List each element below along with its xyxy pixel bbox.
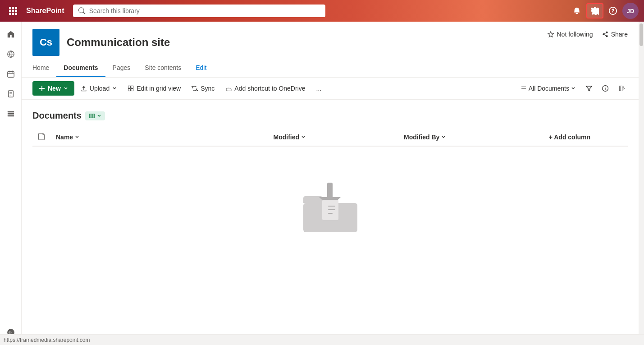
documents-table: Name Modified [32, 128, 628, 147]
new-button[interactable]: New [32, 81, 74, 96]
app-logo: SharePoint [26, 7, 64, 15]
upload-chevron-icon [112, 86, 117, 91]
not-following-button[interactable]: Not following [548, 31, 593, 38]
search-input[interactable] [89, 7, 320, 14]
new-chevron-icon [64, 86, 68, 91]
sync-button[interactable]: Sync [187, 82, 219, 95]
edit-grid-view-label: Edit in grid view [137, 85, 181, 92]
svg-rect-0 [9, 7, 11, 9]
site-header: Cs Communication site Not following [22, 22, 639, 78]
add-column-label: + Add column [549, 133, 590, 141]
empty-folder-illustration [294, 174, 366, 237]
svg-rect-1 [12, 7, 14, 9]
share-label: Share [611, 31, 628, 38]
tab-home[interactable]: Home [32, 60, 56, 77]
info-button[interactable] [599, 82, 612, 95]
more-label: ... [316, 85, 322, 92]
modified-sort-icon[interactable] [301, 135, 306, 139]
edit-grid-view-button[interactable]: Edit in grid view [123, 82, 185, 95]
tab-pages[interactable]: Pages [105, 60, 138, 77]
th-modified: Modified [268, 128, 399, 146]
site-title: Communication site [67, 36, 170, 49]
svg-rect-16 [128, 86, 131, 88]
svg-rect-14 [7, 115, 14, 117]
list-icon [521, 85, 527, 92]
name-sort-icon[interactable] [75, 135, 79, 139]
svg-rect-23 [93, 114, 95, 117]
upload-icon [81, 85, 87, 92]
share-icon [602, 31, 608, 37]
waffle-menu-button[interactable] [5, 4, 21, 18]
modified-column-label: Modified [274, 133, 300, 141]
svg-rect-17 [131, 86, 133, 88]
file-icon-header [38, 133, 45, 140]
app-layout: Cs Communication site Not following [0, 22, 644, 345]
all-docs-chevron-icon [571, 86, 575, 91]
filter-button[interactable] [583, 82, 595, 95]
view-chevron-icon [97, 114, 101, 118]
sidebar-item-lists[interactable] [2, 105, 20, 123]
site-logo: Cs [32, 29, 59, 56]
site-identity: Cs Communication site [32, 29, 170, 56]
sidebar-item-calendar[interactable] [2, 65, 20, 83]
modified-by-sort-icon[interactable] [441, 135, 446, 139]
th-add-column[interactable]: + Add column [544, 128, 628, 146]
share-button[interactable]: Share [602, 31, 628, 38]
avatar-initials: JD [627, 8, 635, 14]
notification-button[interactable] [569, 4, 585, 18]
view-switcher[interactable] [85, 111, 105, 120]
upload-button[interactable]: Upload [76, 82, 121, 95]
plus-icon [39, 85, 45, 92]
left-sidebar [0, 22, 22, 345]
toolbar-right: All Documents [517, 82, 628, 95]
filter-icon [585, 85, 593, 92]
scrollbar[interactable] [639, 22, 644, 345]
table-header-row: Name Modified [32, 128, 628, 146]
site-header-actions: Not following Share [548, 29, 628, 38]
documents-area: Documents [22, 100, 639, 345]
user-avatar[interactable]: JD [622, 3, 639, 19]
star-icon [548, 31, 554, 37]
edit-columns-icon [618, 85, 625, 92]
settings-button[interactable] [586, 3, 603, 18]
sync-icon [192, 85, 198, 92]
sidebar-item-globe[interactable] [2, 45, 20, 63]
svg-rect-5 [15, 10, 17, 12]
more-button[interactable]: ... [312, 82, 326, 95]
help-button[interactable] [605, 4, 621, 18]
search-icon [78, 7, 85, 14]
edit-columns-button[interactable] [615, 82, 628, 95]
sidebar-item-document[interactable] [2, 85, 20, 103]
svg-rect-3 [9, 10, 11, 12]
info-icon [602, 85, 609, 92]
top-navigation: SharePoint JD [0, 0, 644, 22]
add-shortcut-button[interactable]: Add shortcut to OneDrive [221, 82, 310, 95]
tab-site-contents[interactable]: Site contents [137, 60, 188, 77]
upload-label: Upload [90, 85, 110, 92]
top-nav-right-actions: JD [569, 3, 639, 19]
scrollbar-thumb[interactable] [639, 23, 643, 46]
svg-rect-21 [89, 114, 91, 117]
grid-view-icon [128, 85, 134, 92]
search-box [73, 5, 325, 17]
modified-by-column-label: Modified By [404, 133, 439, 141]
th-name: Name [50, 128, 268, 146]
empty-state [32, 147, 628, 264]
tab-edit[interactable]: Edit [188, 60, 214, 77]
svg-rect-8 [15, 13, 17, 15]
add-shortcut-label: Add shortcut to OneDrive [234, 85, 305, 92]
svg-rect-22 [91, 114, 93, 117]
documents-area-title: Documents [32, 110, 82, 121]
new-button-label: New [48, 85, 61, 92]
svg-rect-6 [9, 13, 11, 15]
not-following-label: Not following [557, 31, 593, 38]
toolbar: New Upload [22, 78, 639, 100]
library-icon [89, 113, 95, 119]
documents-title-row: Documents [32, 110, 628, 121]
tab-documents[interactable]: Documents [56, 60, 105, 77]
all-documents-label: All Documents [529, 85, 569, 92]
svg-rect-12 [7, 111, 14, 113]
all-documents-button[interactable]: All Documents [517, 82, 579, 95]
th-checkbox [32, 128, 50, 146]
sidebar-item-home[interactable] [2, 25, 20, 43]
